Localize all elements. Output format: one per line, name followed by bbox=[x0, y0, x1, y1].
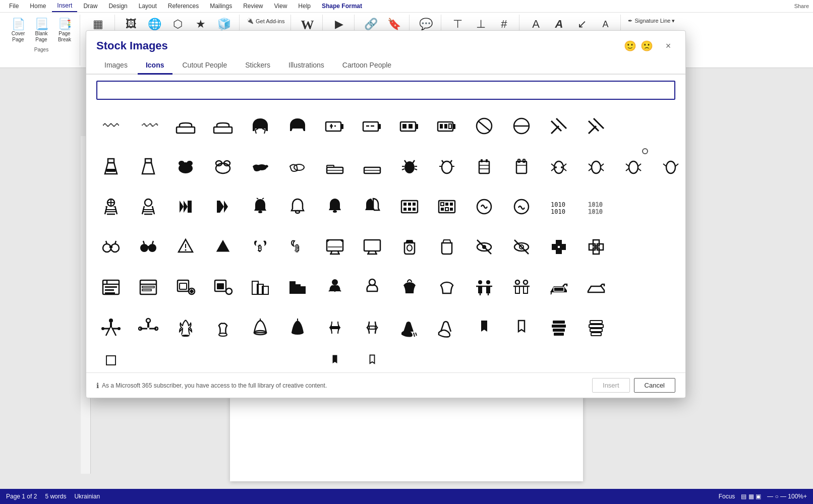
icon-cell[interactable] bbox=[167, 106, 204, 146]
icon-cell[interactable] bbox=[130, 307, 167, 348]
insert-button[interactable]: Insert bbox=[592, 378, 630, 393]
icon-cell[interactable] bbox=[615, 186, 652, 227]
icon-cell[interactable] bbox=[577, 146, 615, 186]
tab-illustrations[interactable]: Illustrations bbox=[280, 57, 332, 75]
icon-cell[interactable] bbox=[503, 307, 540, 348]
icon-cell[interactable] bbox=[354, 106, 391, 146]
icon-cell[interactable] bbox=[204, 267, 242, 307]
icon-cell[interactable] bbox=[540, 146, 577, 186]
icon-cell[interactable] bbox=[316, 348, 354, 372]
icon-cell[interactable] bbox=[466, 348, 503, 372]
icon-cell[interactable] bbox=[279, 267, 316, 307]
icon-cell[interactable] bbox=[354, 186, 391, 227]
icon-cell[interactable] bbox=[428, 106, 466, 146]
tab-shape-format[interactable]: Shape Format bbox=[317, 0, 367, 12]
blank-page-button[interactable]: 📃 BlankPage bbox=[30, 17, 52, 45]
icon-cell[interactable] bbox=[466, 146, 503, 186]
tab-file[interactable]: File bbox=[4, 0, 24, 12]
icon-cell[interactable] bbox=[130, 348, 167, 372]
fontsize-button[interactable]: A bbox=[594, 18, 616, 32]
icon-cell[interactable] bbox=[204, 186, 242, 227]
icon-cell[interactable] bbox=[279, 106, 316, 146]
tab-icons[interactable]: Icons bbox=[138, 57, 172, 75]
tab-cutout-people[interactable]: Cutout People bbox=[175, 57, 236, 75]
icon-cell[interactable] bbox=[391, 186, 428, 227]
icon-cell[interactable] bbox=[466, 227, 503, 267]
icon-cell[interactable]: ✕✕ bbox=[92, 186, 130, 227]
icon-cell[interactable] bbox=[503, 146, 540, 186]
icon-cell[interactable]: ₿ bbox=[242, 227, 279, 267]
icon-cell[interactable] bbox=[652, 186, 685, 227]
icon-cell[interactable] bbox=[92, 146, 130, 186]
icon-cell[interactable]: 10101010 bbox=[577, 186, 615, 227]
icon-cell[interactable] bbox=[391, 307, 428, 348]
icon-cell[interactable] bbox=[652, 146, 685, 186]
icon-cell[interactable] bbox=[242, 106, 279, 146]
icon-cell[interactable] bbox=[652, 307, 685, 348]
icon-cell[interactable] bbox=[279, 186, 316, 227]
tab-view[interactable]: View bbox=[269, 0, 293, 12]
icon-cell[interactable]: 10101010 bbox=[540, 186, 577, 227]
icon-cell[interactable] bbox=[354, 267, 391, 307]
icon-cell[interactable] bbox=[279, 146, 316, 186]
icon-cell[interactable] bbox=[428, 267, 466, 307]
tab-review[interactable]: Review bbox=[238, 0, 268, 12]
tab-insert[interactable]: Insert bbox=[52, 0, 77, 12]
icon-cell[interactable] bbox=[354, 348, 391, 372]
icon-cell[interactable] bbox=[540, 307, 577, 348]
icon-cell[interactable] bbox=[92, 267, 130, 307]
tab-mailings[interactable]: Mailings bbox=[205, 0, 237, 12]
icon-cell[interactable] bbox=[92, 348, 130, 372]
tab-draw[interactable]: Draw bbox=[78, 0, 102, 12]
cover-page-button[interactable]: 📄 CoverPage bbox=[7, 17, 29, 45]
thumbs-up-icon[interactable]: 🙂 bbox=[624, 40, 636, 52]
icon-cell[interactable] bbox=[167, 186, 204, 227]
icon-cell[interactable] bbox=[540, 348, 577, 372]
icon-cell[interactable] bbox=[316, 267, 354, 307]
icon-cell[interactable] bbox=[615, 146, 652, 186]
signature-line-button[interactable]: ✒ Signature Line ▾ bbox=[626, 17, 677, 25]
icon-cell[interactable] bbox=[316, 227, 354, 267]
focus-button[interactable]: Focus bbox=[719, 493, 735, 500]
tab-cartoon-people[interactable]: Cartoon People bbox=[334, 57, 399, 75]
icon-cell[interactable] bbox=[167, 348, 204, 372]
icon-cell[interactable] bbox=[130, 267, 167, 307]
icon-cell[interactable] bbox=[242, 186, 279, 227]
icon-cell[interactable] bbox=[130, 146, 167, 186]
icon-cell[interactable] bbox=[503, 267, 540, 307]
icon-cell[interactable] bbox=[652, 106, 685, 146]
icon-cell[interactable] bbox=[466, 267, 503, 307]
tab-images[interactable]: Images bbox=[96, 57, 136, 75]
icon-cell[interactable] bbox=[615, 348, 652, 372]
icon-cell[interactable] bbox=[354, 307, 391, 348]
icon-cell[interactable] bbox=[167, 227, 204, 267]
icon-cell[interactable] bbox=[466, 106, 503, 146]
icons-grid-container[interactable]: 〰 〰 bbox=[86, 106, 685, 372]
icon-cell[interactable] bbox=[316, 146, 354, 186]
icon-cell[interactable] bbox=[242, 307, 279, 348]
icon-cell[interactable]: ₿ bbox=[279, 227, 316, 267]
icon-cell[interactable] bbox=[167, 307, 204, 348]
icon-cell[interactable] bbox=[167, 146, 204, 186]
icon-cell[interactable] bbox=[615, 267, 652, 307]
icon-cell[interactable] bbox=[316, 106, 354, 146]
icon-cell[interactable] bbox=[466, 186, 503, 227]
cancel-button[interactable]: Cancel bbox=[634, 378, 675, 393]
icon-cell[interactable] bbox=[428, 227, 466, 267]
icon-cell[interactable] bbox=[167, 267, 204, 307]
page-break-button[interactable]: 📑 PageBreak bbox=[53, 17, 76, 45]
icon-cell[interactable] bbox=[242, 146, 279, 186]
icon-cell[interactable] bbox=[503, 186, 540, 227]
search-input[interactable] bbox=[96, 81, 675, 100]
tab-stickers[interactable]: Stickers bbox=[237, 57, 278, 75]
icon-cell[interactable] bbox=[204, 146, 242, 186]
icon-cell[interactable] bbox=[428, 307, 466, 348]
icon-cell[interactable] bbox=[428, 186, 466, 227]
icon-cell[interactable] bbox=[540, 106, 577, 146]
icon-cell[interactable] bbox=[279, 348, 316, 372]
close-button[interactable]: × bbox=[661, 39, 675, 53]
icon-cell[interactable] bbox=[204, 307, 242, 348]
icon-cell[interactable] bbox=[577, 106, 615, 146]
icon-cell[interactable] bbox=[242, 348, 279, 372]
icon-cell[interactable] bbox=[316, 186, 354, 227]
